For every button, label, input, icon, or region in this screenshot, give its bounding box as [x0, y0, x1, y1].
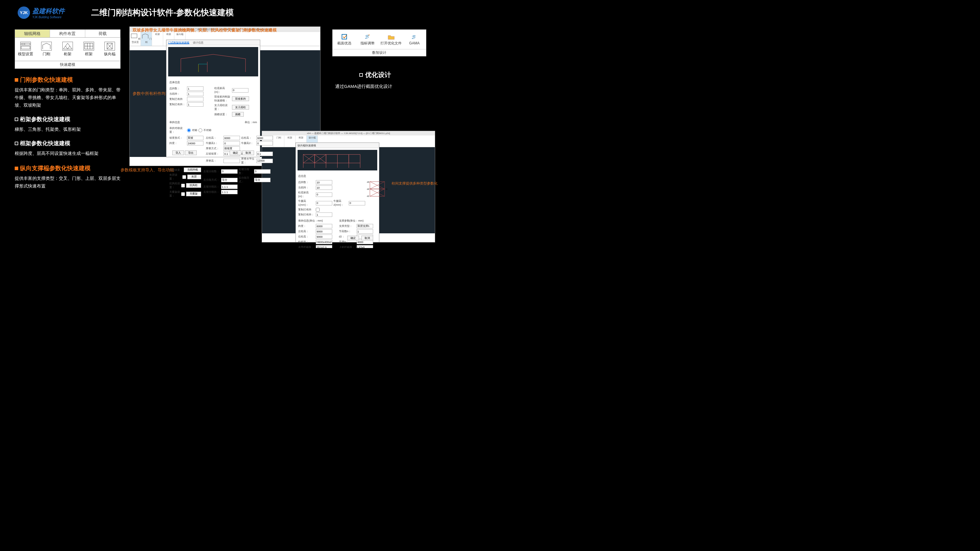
param-input[interactable]	[223, 141, 240, 146]
btn-ok[interactable]: 确定	[230, 151, 242, 155]
param-input[interactable]	[223, 146, 240, 151]
right-para: 通过GAMA进行截面优化设计	[335, 84, 412, 89]
d2-ok[interactable]: 确定	[347, 236, 359, 240]
section-body: 提供丰富的支撑类型：交叉、门形、上层、双层多层支撑形式快速布置	[15, 175, 121, 190]
param-input[interactable]	[187, 97, 204, 102]
rib-section-opt[interactable]: 截面优选	[332, 30, 356, 49]
param-input[interactable]	[357, 224, 373, 228]
param-input[interactable]	[316, 186, 332, 190]
logo-brand: 盈建科软件	[32, 7, 65, 16]
logo-sub: YJK Building Software	[32, 16, 65, 19]
param-input[interactable]	[187, 102, 204, 107]
radio-asym[interactable]	[199, 129, 202, 132]
bottom-label: 快速建模	[15, 61, 121, 69]
param-input[interactable]	[187, 141, 204, 146]
svg-rect-0	[21, 43, 30, 45]
rb-model[interactable]: 模型设置	[130, 32, 141, 46]
section-heading: 框架参数化快速建模	[15, 140, 121, 147]
param-input[interactable]	[221, 178, 237, 182]
tabbar: 轴线网格 构件布置 荷载	[15, 29, 121, 38]
svg-text:H: H	[386, 188, 387, 190]
d2-cancel[interactable]: 取消	[361, 236, 373, 240]
svg-text:d1: d1	[367, 195, 369, 197]
param-input[interactable]	[357, 245, 373, 248]
btn-cancel[interactable]: 取消	[242, 151, 254, 155]
param-input[interactable]	[316, 192, 332, 197]
annotation-3: 参数模板支持导入、导出功能	[121, 167, 174, 173]
svg-text:d3: d3	[367, 181, 369, 183]
rib-gama[interactable]: ℬGAMA	[403, 30, 426, 49]
param-input[interactable]	[316, 213, 332, 217]
dlg1-tab2[interactable]: 设计信息	[193, 41, 204, 44]
param-input[interactable]	[187, 136, 204, 140]
param-input[interactable]	[316, 245, 332, 248]
logo: YJK 盈建科软件 YJK Building Software	[18, 6, 65, 19]
svg-text:ℬ: ℬ	[411, 35, 415, 40]
annotation-1: 双坡多跨带女儿墙带牛腿挑檐两侧、夹层、抗风柱带天窗架门刚参数化快速建模	[133, 28, 277, 33]
param-input[interactable]	[357, 240, 373, 244]
dlg1-tab1[interactable]: 门式刚架快速建模	[168, 41, 189, 44]
dlg2-title: 纵向榀快速建模	[298, 144, 316, 147]
svg-line-6	[68, 46, 70, 49]
svg-rect-3	[21, 46, 30, 49]
param-input[interactable]	[221, 184, 237, 189]
param-input[interactable]	[316, 180, 332, 184]
section-body: 提供丰富的门刚类型：单跨、双跨、多跨、带夹层、带牛腿、带挑檐、带女儿墙柱、天窗架…	[15, 86, 121, 109]
param-input[interactable]	[232, 88, 248, 92]
rb-portal[interactable]: 门刚	[141, 32, 152, 46]
grp-span: 单跨信息	[169, 121, 180, 124]
btn-export[interactable]: 导出	[185, 151, 197, 155]
tab-member[interactable]: 构件布置	[50, 30, 85, 37]
param-input[interactable]	[316, 224, 332, 228]
param-input[interactable]	[187, 86, 204, 91]
grp-unit: 单位：mm	[245, 121, 257, 124]
right-heading: 优化设计	[359, 70, 391, 79]
icon-model-set[interactable]: 模型设置	[15, 38, 36, 61]
param-input[interactable]	[316, 201, 332, 205]
left-panel: 轴线网格 构件布置 荷载 模型设置 门刚 桁架 框架 纵向榀 快速建模 门刚参数…	[15, 29, 121, 190]
param-input[interactable]	[223, 159, 240, 163]
svg-rect-30	[349, 154, 360, 163]
icon-truss[interactable]: 桁架	[57, 38, 78, 61]
tab-load[interactable]: 荷载	[85, 30, 120, 37]
svg-text:×: ×	[368, 33, 370, 37]
section-body: 根据跨度、层高不同设置快速生成一榀框架	[15, 149, 121, 157]
rib-index-adj[interactable]: ℬ×指标调整	[356, 30, 380, 49]
section-heading: 纵向支撑榀参数化快速建模	[15, 164, 121, 172]
icon-longitudinal[interactable]: 纵向榀	[99, 38, 120, 61]
rib-open-opt[interactable]: 打开优化文件	[379, 30, 403, 49]
param-input[interactable]	[223, 136, 240, 140]
btn-import[interactable]: 导入	[172, 151, 184, 155]
svg-rect-18	[342, 34, 347, 39]
param-btn[interactable]: 双坡多跨	[232, 96, 249, 101]
tab-axis[interactable]: 轴线网格	[15, 30, 50, 37]
param-btn[interactable]: 挑檐	[232, 112, 244, 117]
icon-frame[interactable]: 框架	[78, 38, 99, 61]
dlg1-preview	[168, 47, 258, 76]
d2-grp1: 总信息	[298, 174, 377, 178]
annotation-4: 柱间支撑提供多种类型参数化	[391, 181, 438, 186]
dialog-longitudinal: 纵向榀快速建模 总信息 总跨数：当前跨：柱底标高(m)：牛腿高1(mm)：牛腿高…	[296, 143, 379, 243]
logo-icon: YJK	[18, 6, 30, 19]
svg-text:d2: d2	[367, 188, 369, 190]
param-input[interactable]	[221, 190, 237, 194]
rb-truss[interactable]: 桁架	[152, 32, 163, 46]
dialog-portal-fastmodel: 门式刚架快速建模 设计信息 总体信息 总跨数：当前跨：复制已有跨复制已有跨： 柱…	[166, 40, 260, 157]
icon-portal[interactable]: 门刚	[36, 38, 57, 61]
svg-rect-14	[131, 34, 137, 38]
svg-rect-29	[337, 154, 349, 163]
s2-titlebar: x64 — 盈建科二维门刚设计软件 — YJK-MG2D[7.0.0] — [D…	[262, 131, 435, 135]
d2-grp3: 支撑参数(单位：mm)	[339, 219, 377, 223]
svg-rect-28	[326, 154, 337, 163]
param-input[interactable]	[357, 229, 373, 233]
section-heading: 门刚参数化快速建模	[15, 76, 121, 84]
right-ribbon: 截面优选 ℬ×指标调整 打开优化文件 ℬGAMA 数智设计	[332, 29, 426, 56]
svg-line-5	[65, 46, 68, 49]
param-btn[interactable]: 女儿墙柱	[232, 105, 249, 110]
param-input[interactable]	[221, 169, 237, 174]
grp-total: 总体信息	[169, 81, 257, 84]
param-input[interactable]	[316, 240, 332, 244]
radio-sym[interactable]	[187, 129, 191, 132]
param-input[interactable]	[316, 229, 332, 233]
param-input[interactable]	[187, 92, 204, 96]
